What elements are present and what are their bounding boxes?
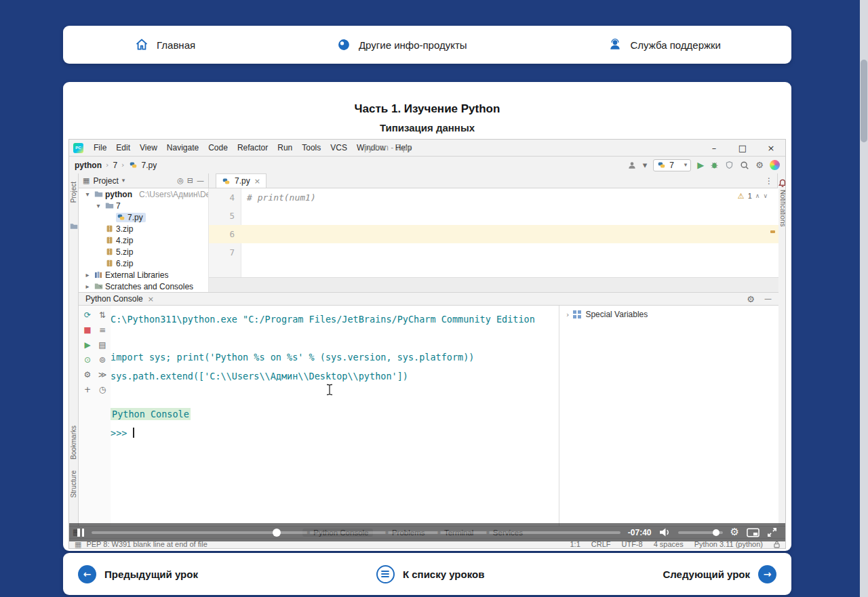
run-config-select[interactable]: 7 ▾ [653,159,691,171]
editor-tab-7py[interactable]: 7.py × [216,173,267,188]
breadcrumb-folder[interactable]: 7 [113,161,117,170]
execute-icon[interactable]: ⊙ [82,356,93,367]
console-output[interactable]: C:\Python311\python.exe "C:/Program File… [111,306,557,526]
menu-edit[interactable]: Edit [111,143,135,152]
search-icon[interactable] [740,161,749,170]
menu-code[interactable]: Code [203,143,233,152]
tree-item-file-7py[interactable]: 7.py [79,211,208,223]
lesson-list-button[interactable]: К списку уроков [376,565,484,583]
breadcrumb-root[interactable]: python [75,161,102,170]
tree-item-folder-7[interactable]: ▾ 7 [79,200,208,211]
sort-icon[interactable]: ≡ [97,326,108,337]
chevron-up-icon[interactable]: ∧ [755,193,760,199]
progress-handle[interactable] [273,529,281,537]
skip-icon[interactable]: ≫ [97,371,108,382]
prev-lesson-button[interactable]: ← Предыдущий урок [78,565,198,583]
toolwindows-icon[interactable]: ▦ [75,541,81,548]
minimize-button[interactable]: – [700,140,728,157]
tree-item-python-root[interactable]: ▾ python C:\Users\Админ\Desktop\p [79,188,208,200]
more-icon[interactable]: ⋮ [760,173,778,188]
tree-item-zip[interactable]: 3.zip [79,223,208,234]
chevron-right-icon[interactable]: › [566,311,569,318]
chevron-down-icon[interactable]: ▾ [94,203,103,209]
tree-item-zip[interactable]: 4.zip [79,234,208,246]
special-variables-header[interactable]: › Special Variables [559,306,778,323]
print-icon[interactable]: ▤ [97,341,108,352]
stripe-notifications-button[interactable]: Notifications [779,190,786,226]
coverage-button[interactable] [725,161,734,169]
gear-icon[interactable]: ⚙ [747,295,755,304]
nav-item-home[interactable]: Главная [135,38,195,52]
locate-file-icon[interactable]: ◎ [177,177,184,184]
python-file-icon [129,161,138,169]
tree-item-external-libraries[interactable]: ▸ External Libraries [79,269,208,281]
nav-item-support[interactable]: Служба поддержки [608,38,721,52]
chevron-down-icon[interactable]: ▾ [122,178,125,184]
stop-icon[interactable]: ■ [82,326,93,337]
tree-item-zip[interactable]: 6.zip [79,258,208,269]
stripe-project-button[interactable]: Project [70,182,77,203]
tree-item-scratches[interactable]: ▸ Scratches and Consoles [79,281,208,292]
menu-tools[interactable]: Tools [297,143,326,152]
debug-button[interactable] [710,161,719,169]
menu-run[interactable]: Run [273,143,297,152]
chevron-down-icon[interactable]: ▾ [643,161,648,169]
chevron-right-icon[interactable]: ▸ [83,272,92,279]
variables-view-icon[interactable]: ⊚ [97,356,108,367]
inspection-widget[interactable]: ⚠ 1 ∧ ∨ [738,192,768,200]
run-button[interactable]: ▶ [697,161,704,169]
hide-panel-icon[interactable]: — [197,177,204,184]
menu-refactor[interactable]: Refactor [233,143,273,152]
gradient-circle-icon[interactable] [770,160,780,170]
menu-navigate[interactable]: Navigate [162,143,203,152]
progress-bar[interactable] [92,531,620,534]
menu-vcs[interactable]: VCS [326,143,352,152]
stripe-structure-button[interactable]: Structure [70,470,77,498]
chevron-down-icon[interactable]: ▾ [83,191,92,198]
bell-icon[interactable] [778,179,786,187]
tree-item-zip[interactable]: 5.zip [79,246,208,258]
tree-label: 7.py [127,213,143,222]
nav-item-products[interactable]: Другие инфо-продукты [337,38,467,52]
menu-view[interactable]: View [135,143,162,152]
new-console-icon[interactable]: + [82,386,93,396]
rerun-icon[interactable]: ⟳ [82,311,93,322]
settings-gear-icon[interactable]: ⚙ [730,527,739,537]
history-icon[interactable]: ◷ [97,386,108,396]
archive-icon [105,260,114,267]
gear-icon[interactable]: ⚙ [755,161,764,169]
collapse-all-icon[interactable]: ⊟ [187,177,193,184]
code-editor[interactable]: 4 # print(num1) 5 6 7 ⚠ [209,188,778,292]
pip-icon[interactable] [747,528,760,537]
console-header: Python Console × ⚙ — [79,292,778,306]
resume-icon[interactable]: ▶ [82,341,93,352]
page-scrollbar-thumb[interactable] [861,60,867,142]
close-icon[interactable]: × [254,178,260,185]
volume-icon[interactable] [659,528,671,537]
fullscreen-icon[interactable] [767,527,777,537]
close-button[interactable]: × [757,140,785,157]
console-tab-label[interactable]: Python Console [85,294,143,304]
next-lesson-button[interactable]: Следующий урок → [663,565,776,583]
volume-slider[interactable] [678,531,723,534]
breadcrumb-file[interactable]: 7.py [142,161,157,170]
stripe-bookmarks-button[interactable]: Bookmarks [70,426,77,459]
page-scrollbar[interactable] [860,0,868,597]
chevron-separator-icon: › [121,161,124,169]
list-icon [376,565,395,583]
soft-wrap-icon[interactable]: ⇅ [97,311,108,322]
lock-icon[interactable] [774,541,780,548]
chevron-down-icon[interactable]: ∨ [763,193,768,199]
volume-handle[interactable] [713,529,719,536]
pause-button[interactable] [77,529,84,537]
project-panel-title[interactable]: Project [93,176,118,186]
menu-file[interactable]: File [89,143,111,152]
user-icon[interactable] [627,161,637,170]
chevron-right-icon[interactable]: ▸ [83,283,92,290]
console-settings-icon[interactable]: ⚙ [82,371,93,382]
close-icon[interactable]: × [148,295,154,303]
hide-panel-icon[interactable]: — [764,295,772,304]
warning-stripe-mark[interactable] [770,230,775,233]
maximize-button[interactable]: □ [728,140,757,157]
video-player[interactable]: PC File Edit View Navigate Code Refactor… [68,139,786,549]
